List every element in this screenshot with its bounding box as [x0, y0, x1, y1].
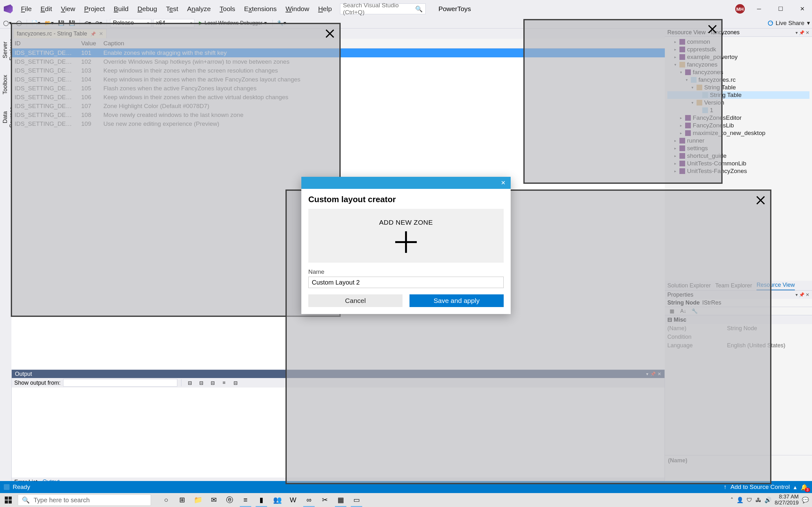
zone-handle[interactable] — [286, 476, 293, 484]
dialog-titlebar[interactable]: ✕ — [301, 177, 511, 189]
explorer-icon[interactable]: 📁 — [190, 493, 206, 507]
terminal-icon[interactable]: ▮ — [254, 493, 269, 507]
add-zone-button[interactable]: ADD NEW ZONE — [308, 209, 504, 263]
status-icon — [4, 484, 9, 490]
toolbox-tab[interactable]: Toolbox — [0, 71, 11, 98]
status-ready: Ready — [13, 484, 30, 491]
left-rail: Server Explorer Toolbox Data Sources — [0, 29, 11, 136]
taskbar-search[interactable]: 🔍 Type here to search — [18, 494, 151, 506]
liveshare-label[interactable]: Live Share — [775, 20, 804, 26]
zone-handle[interactable] — [11, 23, 18, 31]
start-button[interactable] — [0, 493, 16, 507]
menu-build[interactable]: Build — [109, 3, 133, 14]
zone-handle[interactable] — [523, 19, 531, 26]
custom-layout-dialog: ✕ Custom layout creator ADD NEW ZONE Nam… — [301, 177, 511, 314]
launch-profile-icon[interactable]: ↑ — [724, 484, 727, 491]
titlebar: File Edit View Project Build Debug Test … — [0, 0, 812, 18]
tray-people-icon[interactable]: 👤 — [737, 497, 744, 504]
liveshare-dropdown[interactable]: ▾ — [807, 19, 810, 26]
output-tool-3[interactable]: ⊟ — [208, 378, 217, 387]
close-button[interactable]: ✕ — [795, 4, 809, 14]
task-icons: ○ ⊞ 📁 ✉ ⓔ ≡ ▮ 👥 W ∞ ✂ ▦ ▭ — [159, 493, 364, 507]
menu-tools[interactable]: Tools — [215, 3, 240, 14]
zone-handle[interactable] — [11, 309, 18, 317]
taskbar-search-placeholder: Type here to search — [34, 497, 90, 504]
show-output-from-label: Show output from: — [14, 380, 61, 386]
word-icon[interactable]: W — [286, 493, 301, 507]
layout-name-input[interactable] — [308, 277, 504, 288]
action-center-icon[interactable]: 💬 — [802, 497, 809, 504]
menu-extensions[interactable]: Extensions — [240, 3, 281, 14]
search-placeholder: Search Visual Studio (Ctrl+Q) — [343, 2, 415, 16]
main-menu: File Edit View Project Build Debug Test … — [16, 3, 336, 14]
zone-handle[interactable] — [715, 176, 722, 184]
maximize-button[interactable]: ☐ — [773, 4, 788, 14]
zone-2[interactable] — [523, 19, 722, 184]
output-tool-4[interactable]: ≡ — [219, 378, 229, 387]
clock[interactable]: 8:37 AM 8/27/2019 — [774, 494, 799, 506]
menu-view[interactable]: View — [56, 3, 80, 14]
liveshare-icon — [768, 20, 773, 26]
app-icon[interactable]: ▭ — [349, 493, 364, 507]
zone-close-button[interactable] — [754, 193, 768, 207]
add-zone-label: ADD NEW ZONE — [379, 219, 433, 226]
zone-handle[interactable] — [764, 476, 771, 484]
edge-icon[interactable]: ⓔ — [222, 493, 237, 507]
menu-file[interactable]: File — [16, 3, 36, 14]
snip-icon[interactable]: ✂ — [317, 493, 333, 507]
menu-project[interactable]: Project — [80, 3, 109, 14]
time: 8:37 AM — [774, 494, 799, 500]
menu-analyze[interactable]: Analyze — [183, 3, 215, 14]
menu-edit[interactable]: Edit — [36, 3, 56, 14]
menu-test[interactable]: Test — [161, 3, 183, 14]
dialog-close-button[interactable]: ✕ — [499, 179, 507, 186]
output-source-select[interactable] — [63, 379, 177, 387]
search-icon: 🔍 — [22, 496, 30, 504]
store-icon[interactable]: ▦ — [333, 493, 348, 507]
plus-icon — [395, 231, 417, 253]
menu-window[interactable]: Window — [281, 3, 314, 14]
zone-handle[interactable] — [523, 176, 531, 184]
output-tool-5[interactable]: ⊟ — [231, 378, 240, 387]
output-title: Output — [15, 371, 32, 377]
search-input[interactable]: Search Visual Studio (Ctrl+Q) 🔍 — [340, 3, 426, 14]
output-tool-2[interactable]: ⊟ — [197, 378, 206, 387]
solution-name: PowerToys — [435, 3, 475, 14]
visualstudio-icon[interactable]: ∞ — [301, 493, 316, 507]
dialog-title: Custom layout creator — [308, 194, 504, 205]
source-control-label[interactable]: Add to Source Control — [730, 484, 790, 491]
tray-network-icon[interactable]: 🖧 — [756, 497, 761, 504]
server-explorer-tab[interactable]: Server Explorer — [0, 29, 11, 71]
cancel-button[interactable]: Cancel — [308, 294, 403, 307]
minimize-button[interactable]: ─ — [752, 4, 766, 14]
menu-debug[interactable]: Debug — [133, 3, 161, 14]
zone-close-button[interactable] — [705, 22, 719, 36]
cortana-icon[interactable]: ○ — [159, 493, 174, 507]
vs-logo-icon — [4, 4, 13, 13]
tray-volume-icon[interactable]: 🔊 — [764, 497, 771, 504]
tray-defender-icon[interactable]: 🛡 — [747, 497, 752, 504]
save-apply-button[interactable]: Save and apply — [409, 294, 504, 307]
date: 8/27/2019 — [774, 500, 799, 506]
outlook-icon[interactable]: ✉ — [206, 493, 221, 507]
tray-up-icon[interactable]: ˄ — [730, 497, 733, 504]
data-sources-tab[interactable]: Data Sources — [0, 98, 11, 136]
taskbar: 🔍 Type here to search ○ ⊞ 📁 ✉ ⓔ ≡ ▮ 👥 W … — [0, 493, 812, 507]
zone-close-button[interactable] — [323, 26, 337, 41]
search-icon: 🔍 — [415, 5, 423, 13]
taskview-icon[interactable]: ⊞ — [174, 493, 190, 507]
output-tool-1[interactable]: ⊟ — [185, 378, 194, 387]
teams-icon[interactable]: 👥 — [270, 493, 285, 507]
system-tray: ˄ 👤 🛡 🖧 🔊 8:37 AM 8/27/2019 💬 — [727, 494, 812, 506]
user-avatar[interactable]: MH — [735, 4, 745, 14]
vscode-icon[interactable]: ≡ — [238, 493, 253, 507]
zone-handle[interactable] — [286, 189, 293, 197]
menu-help[interactable]: Help — [314, 3, 336, 14]
notifications-icon[interactable]: 🔔 — [801, 484, 808, 491]
name-label: Name — [308, 268, 504, 275]
